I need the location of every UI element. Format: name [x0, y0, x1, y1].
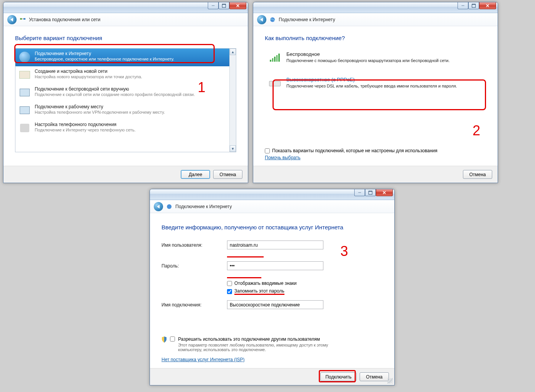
connect-button[interactable]: Подключить	[320, 372, 357, 381]
username-label: Имя пользователя:	[162, 242, 227, 248]
monitor-icon	[20, 89, 30, 96]
option-wireless[interactable]: Беспроводное Подключение с помощью беспр…	[265, 48, 486, 68]
page-heading: Выберите вариант подключения	[15, 35, 236, 41]
dialog-title: Установка подключения или сети	[29, 17, 100, 22]
scroll-up-icon[interactable]: ▲	[230, 49, 236, 55]
modem-icon	[269, 81, 281, 86]
scroll-down-icon[interactable]: ▼	[230, 145, 236, 152]
resize-grip-icon[interactable]	[387, 378, 393, 384]
scrollbar[interactable]: ▲ ▼	[229, 49, 236, 152]
option-dialup[interactable]: Настройка телефонного подключения Подклю…	[15, 119, 236, 137]
next-button[interactable]: Далее	[181, 170, 210, 179]
wizard-select-connection: ─ ✕ Установка подключения или сети Выбер…	[3, 2, 248, 183]
dialog-title: Подключение к Интернету	[279, 17, 335, 22]
minimize-button[interactable]: ─	[458, 2, 468, 9]
underline-annotation	[227, 270, 261, 278]
svg-rect-0	[20, 18, 22, 20]
network-icon	[20, 17, 26, 23]
wifi-bars-icon	[270, 55, 280, 62]
dialog-header: Подключение к Интернету	[150, 200, 394, 213]
page-heading: Как выполнить подключение?	[265, 35, 486, 41]
close-button[interactable]: ✕	[376, 189, 393, 196]
maximize-button[interactable]	[468, 2, 479, 9]
close-button[interactable]: ✕	[229, 2, 246, 9]
allow-others-checkbox[interactable]	[170, 336, 175, 342]
password-label: Пароль:	[162, 263, 227, 269]
username-input[interactable]	[227, 241, 323, 249]
show-chars-checkbox[interactable]	[227, 281, 232, 286]
maximize-button[interactable]	[365, 189, 376, 196]
maximize-button[interactable]	[219, 2, 229, 9]
show-chars-label: Отображать вводимые знаки	[234, 281, 296, 286]
dialog-header: Подключение к Интернету	[253, 13, 498, 26]
close-button[interactable]: ✕	[479, 2, 496, 9]
back-button[interactable]	[7, 15, 17, 24]
show-all-options-label: Показать варианты подключений, которые н…	[272, 148, 437, 153]
router-icon	[19, 71, 30, 79]
wizard-connection-type: ─ ✕ Подключение к Интернету Как выполнит…	[253, 2, 498, 183]
minimize-button[interactable]: ─	[208, 2, 219, 9]
svg-rect-1	[24, 18, 25, 20]
back-button[interactable]	[154, 202, 163, 211]
dialog-header: Установка подключения или сети	[3, 13, 248, 26]
building-icon	[20, 106, 30, 114]
option-workplace[interactable]: Подключение к рабочему месту Настройка т…	[15, 102, 236, 119]
minimize-button[interactable]: ─	[354, 189, 365, 196]
wizard-credentials: ─ ✕ Подключение к Интернету Введите инфо…	[150, 189, 395, 385]
phone-icon	[20, 124, 29, 132]
option-internet[interactable]: Подключение к Интернету Беспроводное, ск…	[15, 49, 236, 66]
allow-others-label: Разрешить использовать это подключение д…	[178, 336, 340, 342]
connection-options-list: Подключение к Интернету Беспроводное, ск…	[15, 48, 236, 152]
page-heading: Введите информацию, полученную от постав…	[162, 224, 383, 230]
titlebar[interactable]: ─ ✕	[253, 2, 498, 13]
shield-icon	[162, 336, 167, 343]
underline-annotation	[227, 249, 264, 257]
network-globe-icon	[166, 204, 172, 210]
cancel-button[interactable]: Отмена	[213, 170, 242, 179]
no-isp-link[interactable]: Нет поставщика услуг Интернета (ISP)	[162, 357, 245, 362]
help-choose-link[interactable]: Помочь выбрать	[265, 155, 486, 160]
cancel-button[interactable]: Отмена	[360, 372, 389, 381]
svg-point-3	[167, 204, 172, 209]
connection-name-label: Имя подключения:	[162, 302, 227, 308]
cancel-button[interactable]: Отмена	[463, 170, 492, 179]
network-globe-icon	[269, 17, 276, 23]
option-manual-wireless[interactable]: Подключение к беспроводной сети вручную …	[15, 84, 236, 102]
titlebar[interactable]: ─ ✕	[3, 2, 248, 13]
connection-name-input[interactable]	[227, 300, 323, 309]
allow-others-desc: Этот параметр позволяет любому пользоват…	[178, 343, 340, 352]
svg-point-2	[270, 17, 275, 22]
remember-password-checkbox[interactable]	[227, 289, 232, 294]
option-new-network[interactable]: Создание и настройка новой сети Настройк…	[15, 66, 236, 84]
globe-icon	[19, 52, 30, 62]
show-all-options-checkbox[interactable]	[265, 148, 270, 153]
password-input[interactable]	[227, 261, 323, 270]
option-pppoe[interactable]: Высокоскоростное (с PPPoE) Подключение ч…	[265, 74, 486, 94]
back-button[interactable]	[257, 15, 266, 24]
titlebar[interactable]: ─ ✕	[150, 189, 394, 200]
remember-password-label: Запомнить этот пароль	[234, 288, 284, 295]
dialog-title: Подключение к Интернету	[175, 204, 232, 209]
